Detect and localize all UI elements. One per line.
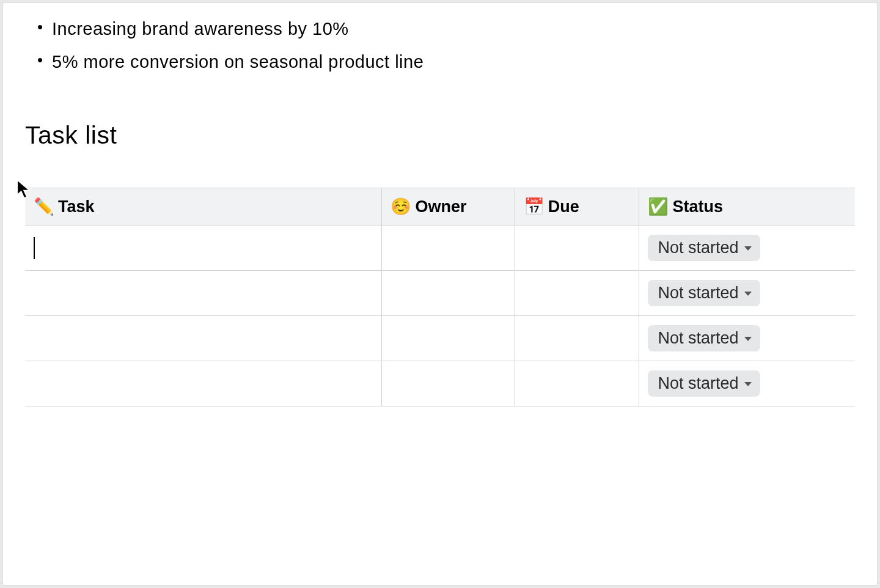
due-cell[interactable] bbox=[515, 226, 639, 271]
owner-cell[interactable] bbox=[382, 271, 515, 316]
section-heading[interactable]: Task list bbox=[25, 121, 855, 150]
status-dropdown[interactable]: Not started bbox=[648, 370, 760, 397]
task-cell[interactable] bbox=[25, 361, 382, 406]
status-label: Not started bbox=[658, 284, 738, 303]
chevron-down-icon bbox=[744, 337, 752, 341]
column-header-due[interactable]: 📅Due bbox=[515, 188, 639, 226]
status-cell[interactable]: Not started bbox=[639, 271, 855, 316]
smile-icon: ☺️ bbox=[391, 197, 411, 216]
table-row: Not started bbox=[25, 226, 855, 271]
calendar-icon: 📅 bbox=[524, 197, 544, 216]
task-cell[interactable] bbox=[25, 271, 382, 316]
table-header-row: ✏️Task ☺️Owner 📅Due ✅Status bbox=[25, 188, 855, 226]
owner-cell[interactable] bbox=[382, 226, 515, 271]
status-cell[interactable]: Not started bbox=[639, 226, 855, 271]
status-cell[interactable]: Not started bbox=[639, 316, 855, 361]
task-cell[interactable] bbox=[25, 316, 382, 361]
check-icon: ✅ bbox=[648, 197, 669, 216]
task-cell[interactable] bbox=[25, 226, 382, 271]
list-item[interactable]: Increasing brand awareness by 10% bbox=[37, 13, 855, 46]
status-dropdown[interactable]: Not started bbox=[648, 235, 760, 261]
table-row: Not started bbox=[25, 361, 855, 406]
status-label: Not started bbox=[658, 238, 738, 257]
table-row: Not started bbox=[25, 316, 855, 361]
column-header-label: Owner bbox=[415, 197, 466, 216]
column-header-owner[interactable]: ☺️Owner bbox=[382, 188, 515, 226]
status-label: Not started bbox=[658, 374, 738, 393]
chevron-down-icon bbox=[744, 382, 752, 386]
column-header-label: Status bbox=[672, 197, 723, 216]
goals-list: Increasing brand awareness by 10% 5% mor… bbox=[37, 13, 855, 78]
column-header-label: Task bbox=[58, 197, 95, 216]
status-dropdown[interactable]: Not started bbox=[648, 325, 760, 351]
column-header-label: Due bbox=[548, 197, 579, 216]
owner-cell[interactable] bbox=[382, 316, 515, 361]
chevron-down-icon bbox=[744, 246, 752, 251]
due-cell[interactable] bbox=[515, 316, 639, 361]
task-table: ✏️Task ☺️Owner 📅Due ✅Status bbox=[25, 188, 855, 406]
pencil-icon: ✏️ bbox=[34, 197, 54, 216]
column-header-status[interactable]: ✅Status bbox=[639, 188, 855, 226]
chevron-down-icon bbox=[744, 292, 752, 296]
table-row: Not started bbox=[25, 271, 855, 316]
document-page: Increasing brand awareness by 10% 5% mor… bbox=[2, 2, 878, 586]
due-cell[interactable] bbox=[515, 271, 639, 316]
column-header-task[interactable]: ✏️Task bbox=[25, 188, 382, 226]
status-dropdown[interactable]: Not started bbox=[648, 280, 760, 306]
owner-cell[interactable] bbox=[382, 361, 515, 406]
due-cell[interactable] bbox=[515, 361, 639, 406]
list-item[interactable]: 5% more conversion on seasonal product l… bbox=[37, 46, 855, 79]
text-caret bbox=[34, 237, 35, 259]
status-cell[interactable]: Not started bbox=[639, 361, 855, 406]
status-label: Not started bbox=[658, 329, 738, 348]
